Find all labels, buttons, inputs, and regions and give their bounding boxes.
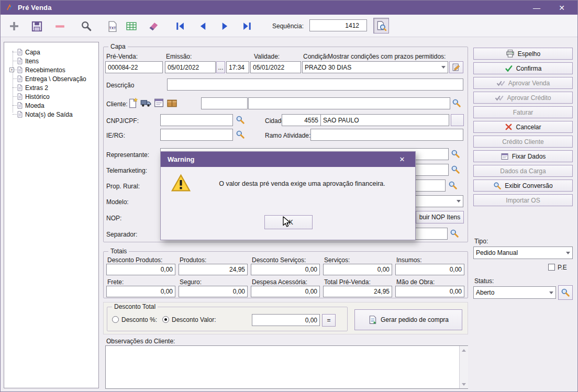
nav-first-button[interactable] — [173, 19, 187, 33]
representante-search-icon[interactable] — [451, 149, 460, 159]
condicao-select[interactable]: PRAZO 30 DIAS — [302, 61, 448, 73]
confirma-button[interactable]: Confirma — [473, 62, 573, 74]
desconto-pct-radio[interactable] — [112, 316, 119, 323]
pe-checkbox[interactable] — [548, 264, 555, 271]
pre-venda-label: Pré-Venda: — [106, 53, 138, 60]
desconto-equals-button[interactable]: = — [322, 314, 336, 327]
status-search-button[interactable] — [558, 285, 573, 300]
desconto-valor-radio[interactable] — [162, 316, 169, 323]
tree-item-moeda[interactable]: Moeda — [4, 101, 98, 110]
emissao-date-input[interactable]: 05/01/2022 — [165, 61, 216, 73]
exibir-conversao-button[interactable]: Exibir Conversão — [473, 180, 573, 192]
tree-item-recebimentos[interactable]: +Recebimentos — [4, 65, 98, 74]
grid-view-button[interactable] — [125, 19, 138, 33]
observacoes-textarea[interactable] — [105, 345, 468, 389]
cnpj-search-icon[interactable] — [236, 115, 245, 125]
descricao-input[interactable] — [167, 79, 463, 91]
tree-item-entrega-observacao[interactable]: Entrega \ Observação — [4, 74, 98, 83]
separador-search-icon[interactable] — [450, 229, 459, 238]
gerar-pedido-compra-button[interactable]: Gerar pedido de compra — [354, 309, 462, 330]
nav-next-button[interactable] — [218, 19, 232, 33]
purchase-order-icon — [368, 315, 377, 324]
search-icon — [236, 115, 245, 125]
espelho-button[interactable]: Espelho — [473, 48, 573, 60]
search-button[interactable] — [80, 19, 93, 33]
cliente-code-input[interactable] — [201, 97, 248, 109]
minimize-button[interactable]: — — [526, 1, 547, 15]
delete-record-button[interactable] — [53, 19, 66, 33]
save-button[interactable] — [30, 19, 43, 33]
tree-item-extras-2[interactable]: Extras 2 — [4, 83, 98, 92]
green-check-icon — [505, 64, 513, 73]
clear-button[interactable] — [147, 19, 160, 33]
frete-input[interactable]: 0,00 — [106, 286, 175, 297]
warning-dialog-close-button[interactable]: ✕ — [394, 152, 410, 167]
observacoes-scrollbar[interactable] — [459, 346, 468, 388]
scroll-up-button[interactable] — [460, 346, 468, 354]
desconto-servicos-label: Desconto Serviços: — [252, 256, 306, 264]
emissao-time-input[interactable]: 17:34 — [226, 61, 249, 73]
sequencia-search-button[interactable] — [373, 18, 389, 33]
table-icon — [126, 20, 137, 32]
export-txt-button[interactable] — [106, 19, 119, 33]
warning-dialog-title: Warning — [168, 155, 195, 163]
total-pre-venda-input[interactable]: 24,95 — [323, 286, 392, 297]
desconto-valor-label: Desconto Valor: — [172, 316, 216, 323]
cliente-truck-button[interactable] — [140, 97, 151, 108]
tree-item-historico[interactable]: Histórico — [4, 92, 98, 101]
ie-rg-input[interactable] — [160, 129, 233, 141]
cliente-search-icon[interactable] — [452, 98, 461, 108]
produtos-input[interactable]: 24,95 — [179, 264, 248, 275]
nav-last-button[interactable] — [240, 19, 254, 33]
dados-da-carga-button[interactable]: Dados da Carga — [473, 165, 573, 177]
status-select[interactable]: Aberto — [473, 286, 556, 299]
mao-de-obra-input[interactable]: 0,00 — [395, 286, 464, 297]
separador-label: Separador: — [106, 231, 137, 238]
tree-item-notas-de-saida[interactable]: Nota(s) de Saída — [4, 110, 98, 119]
first-record-icon — [174, 20, 186, 32]
prop-rural-search-icon[interactable] — [448, 181, 458, 190]
pre-venda-input[interactable]: 000084-22 — [105, 61, 163, 73]
cliente-name-input[interactable] — [248, 97, 450, 109]
validade-input[interactable]: 05/01/2022 — [250, 61, 301, 73]
scroll-down-button[interactable] — [460, 380, 468, 388]
cidade-extra-button[interactable] — [451, 114, 464, 126]
cidade-name-input[interactable]: SAO PAULO — [320, 114, 449, 126]
seguro-input[interactable]: 0,00 — [179, 286, 248, 297]
credito-cliente-button[interactable]: Crédito Cliente — [473, 136, 573, 148]
nav-prev-button[interactable] — [196, 19, 209, 33]
cidade-code-input[interactable]: 4555 — [282, 114, 321, 126]
emissao-ellipsis-button[interactable]: ... — [216, 61, 225, 73]
insumos-input[interactable]: 0,00 — [395, 264, 464, 275]
tipo-select[interactable]: Pedido Manual — [473, 247, 573, 259]
cliente-package-button[interactable] — [166, 97, 177, 108]
telemarketing-search-icon[interactable] — [451, 165, 460, 174]
cnpj-input[interactable] — [160, 114, 233, 126]
aprovar-venda-button[interactable]: Aprovar Venda — [473, 77, 573, 89]
insumos-label: Insumos: — [396, 256, 422, 264]
tree-item-capa[interactable]: Capa — [4, 48, 98, 57]
desconto-servicos-input[interactable]: 0,00 — [251, 264, 320, 275]
condicao-edit-button[interactable] — [449, 61, 463, 73]
ramo-atividade-input[interactable] — [310, 129, 463, 141]
nop-atribuir-button[interactable]: buir NOP Itens — [416, 211, 464, 223]
despesa-acessoria-input[interactable]: 0,00 — [251, 286, 320, 297]
servicos-input[interactable]: 0,00 — [323, 264, 392, 275]
close-button[interactable]: ✕ — [551, 1, 572, 15]
cancelar-button[interactable]: Cancelar — [473, 121, 573, 133]
tree-item-itens[interactable]: Itens — [4, 57, 98, 65]
aprovar-credito-button[interactable]: Aprovar Crédito — [473, 92, 573, 104]
ie-rg-search-icon[interactable] — [236, 130, 245, 139]
sequencia-input[interactable]: 1412 — [309, 19, 367, 31]
importar-os-button[interactable]: Importar OS — [473, 194, 573, 206]
fixar-dados-button[interactable]: Fixar Dados — [473, 150, 573, 162]
window-title: Pré Venda — [18, 4, 52, 12]
desconto-valor-input[interactable]: 0,00 — [252, 314, 320, 326]
faturar-button[interactable]: Faturar — [473, 106, 573, 118]
mao-de-obra-label: Mão de Obra: — [396, 278, 435, 286]
cliente-new-document-button[interactable] — [127, 97, 138, 108]
cliente-form-button[interactable] — [153, 97, 164, 108]
desconto-produtos-input[interactable]: 0,00 — [106, 264, 175, 275]
new-record-button[interactable] — [7, 19, 21, 33]
tree-expander-icon[interactable]: + — [9, 68, 14, 72]
